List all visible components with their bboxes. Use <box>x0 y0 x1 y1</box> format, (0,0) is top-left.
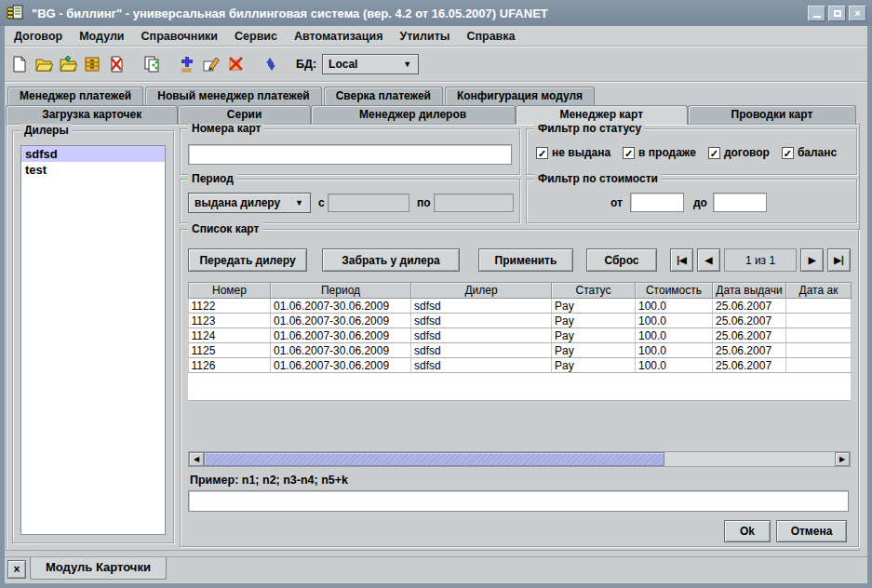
edit-record-icon[interactable] <box>199 52 223 76</box>
cell-activation-date[interactable] <box>786 299 852 314</box>
cell-issue-date[interactable]: 25.06.2007 <box>713 358 786 373</box>
checkbox-not-issued[interactable]: ✓ не выдана <box>536 146 610 159</box>
menu-servis[interactable]: Сервис <box>226 26 286 47</box>
cell-dealer[interactable]: sdfsd <box>411 343 552 358</box>
tab-new-payment-manager[interactable]: Новый менеджер платежей <box>145 87 321 105</box>
cell-status[interactable]: Pay <box>552 314 636 328</box>
cell-status[interactable]: Pay <box>552 328 636 343</box>
scrollbar-thumb[interactable] <box>204 452 664 466</box>
cell-issue-date[interactable]: 25.06.2007 <box>713 299 786 314</box>
menu-spravka[interactable]: Справка <box>458 26 523 47</box>
menu-avtomatizaciya[interactable]: Автоматизация <box>286 26 391 47</box>
cell-number[interactable]: 1122 <box>189 299 271 314</box>
take-from-dealer-button[interactable]: Забрать у дилера <box>322 248 460 272</box>
menu-utility[interactable]: Утилиты <box>391 26 458 47</box>
copy-document-icon[interactable] <box>140 52 164 76</box>
ok-button[interactable]: Ok <box>724 520 771 542</box>
open-folder-alt-icon[interactable] <box>56 52 80 76</box>
cell-number[interactable]: 1123 <box>189 314 271 328</box>
tab-card-manager[interactable]: Менеджер карт <box>516 105 688 125</box>
scroll-left-icon[interactable]: ◀ <box>189 452 204 466</box>
cell-issue-date[interactable]: 25.06.2007 <box>713 314 786 328</box>
open-folder-icon[interactable] <box>32 52 56 76</box>
cell-cost[interactable]: 100.0 <box>636 343 713 358</box>
cell-dealer[interactable]: sdfsd <box>411 358 552 373</box>
tab-payment-manager[interactable]: Менеджер платежей <box>7 87 143 105</box>
cell-period[interactable]: 01.06.2007-30.06.2009 <box>271 314 411 328</box>
period-type-select[interactable]: выдана дилеру ▼ <box>188 193 311 213</box>
cell-cost[interactable]: 100.0 <box>636 358 713 373</box>
cell-period[interactable]: 01.06.2007-30.06.2009 <box>271 358 411 373</box>
first-page-button[interactable]: |◀ <box>670 248 693 272</box>
table-row[interactable]: 1123 01.06.2007-30.06.2009 sdfsd Pay 100… <box>189 314 852 328</box>
cost-from-input[interactable] <box>630 193 684 212</box>
maximize-button[interactable] <box>828 6 846 21</box>
horizontal-scrollbar[interactable]: ◀ ▶ <box>188 451 851 467</box>
scrollbar-track[interactable] <box>204 452 835 466</box>
col-header-cost[interactable]: Стоимость <box>636 283 713 299</box>
cancel-button[interactable]: Отмена <box>776 520 847 542</box>
tab-dealer-manager[interactable]: Менеджер дилеров <box>311 105 516 124</box>
new-document-icon[interactable] <box>7 52 32 76</box>
tab-module-config[interactable]: Конфигурация модуля <box>445 87 595 105</box>
prev-page-button[interactable]: ◀ <box>697 248 720 272</box>
cell-status[interactable]: Pay <box>552 299 636 314</box>
cell-issue-date[interactable]: 25.06.2007 <box>713 328 786 343</box>
cell-cost[interactable]: 100.0 <box>636 328 713 343</box>
cell-activation-date[interactable] <box>786 314 852 328</box>
transfer-to-dealer-button[interactable]: Передать дилеру <box>188 248 307 272</box>
tab-card-loading[interactable]: Загрузка карточек <box>6 105 178 124</box>
dealer-list-item[interactable]: sdfsd <box>21 146 165 162</box>
dealers-list[interactable]: sdfsd test <box>20 145 166 535</box>
col-header-dealer[interactable]: Дилер <box>411 283 552 299</box>
dealer-list-item[interactable]: test <box>21 162 165 178</box>
refresh-icon[interactable] <box>259 52 283 76</box>
cell-period[interactable]: 01.06.2007-30.06.2009 <box>271 343 411 358</box>
next-page-button[interactable]: ▶ <box>800 248 824 272</box>
delete-document-icon[interactable] <box>104 52 128 76</box>
checkbox-balance[interactable]: ✓ баланс <box>782 146 837 159</box>
checkbox-contract[interactable]: ✓ договор <box>708 146 770 159</box>
close-button[interactable]: × <box>849 6 866 21</box>
col-header-activation-date[interactable]: Дата ак <box>786 283 852 299</box>
menu-moduli[interactable]: Модули <box>71 26 132 47</box>
close-module-button[interactable]: × <box>7 560 26 579</box>
last-page-button[interactable]: ▶| <box>827 248 851 272</box>
cell-number[interactable]: 1124 <box>189 328 271 343</box>
db-select[interactable]: Local ▼ <box>322 54 419 74</box>
table-row[interactable]: 1124 01.06.2007-30.06.2009 sdfsd Pay 100… <box>189 328 852 343</box>
minimize-button[interactable] <box>808 6 825 21</box>
checkbox-on-sale[interactable]: ✓ в продаже <box>623 146 696 159</box>
cards-table[interactable]: Номер Период Дилер Статус Стоимость Дата… <box>188 282 852 373</box>
apply-button[interactable]: Применить <box>478 248 573 272</box>
cell-dealer[interactable]: sdfsd <box>411 299 552 314</box>
tab-module-cards[interactable]: Модуль Карточки <box>30 557 167 580</box>
cell-period[interactable]: 01.06.2007-30.06.2009 <box>271 328 411 343</box>
table-row[interactable]: 1122 01.06.2007-30.06.2009 sdfsd Pay 100… <box>189 299 852 314</box>
add-record-icon[interactable] <box>175 52 199 76</box>
col-header-status[interactable]: Статус <box>552 283 636 299</box>
scroll-right-icon[interactable]: ▶ <box>835 452 850 466</box>
cost-to-input[interactable] <box>713 193 767 212</box>
cell-number[interactable]: 1125 <box>189 343 271 358</box>
cell-activation-date[interactable] <box>786 328 852 343</box>
cell-number[interactable]: 1126 <box>189 358 271 373</box>
card-numbers-input[interactable] <box>188 144 512 165</box>
period-to-input[interactable] <box>434 194 514 212</box>
delete-record-icon[interactable] <box>223 52 248 76</box>
tab-payment-reconciliation[interactable]: Сверка платежей <box>324 87 443 105</box>
menu-dogovor[interactable]: Договор <box>6 26 71 47</box>
table-row[interactable]: 1126 01.06.2007-30.06.2009 sdfsd Pay 100… <box>189 358 852 373</box>
tab-card-transactions[interactable]: Проводки карт <box>688 105 856 124</box>
cell-status[interactable]: Pay <box>552 343 636 358</box>
cell-dealer[interactable]: sdfsd <box>411 314 552 328</box>
period-from-input[interactable] <box>328 194 409 212</box>
col-header-issue-date[interactable]: Дата выдачи <box>713 283 786 299</box>
tab-series[interactable]: Серии <box>178 105 310 124</box>
cell-activation-date[interactable] <box>786 358 852 373</box>
cell-activation-date[interactable] <box>786 343 852 358</box>
cell-cost[interactable]: 100.0 <box>636 314 713 328</box>
reset-button[interactable]: Сброс <box>586 248 657 272</box>
card-file-icon[interactable] <box>80 52 104 76</box>
menu-spravochniki[interactable]: Справочники <box>133 26 226 47</box>
